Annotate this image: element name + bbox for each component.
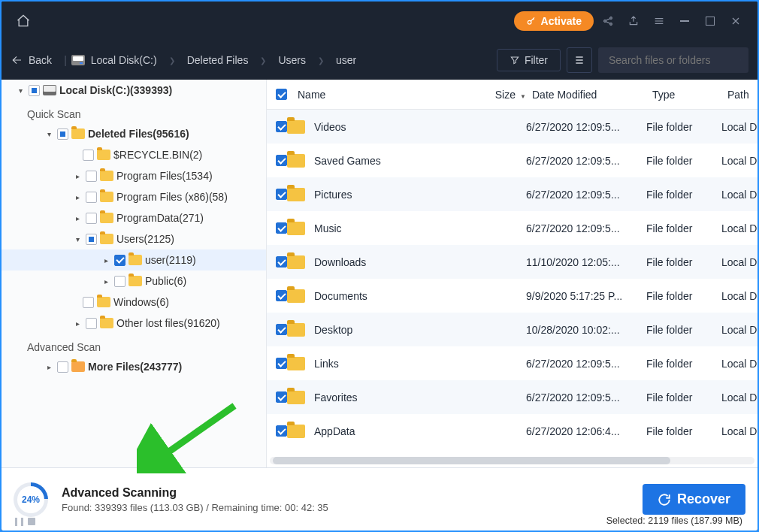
- share-button[interactable]: [597, 10, 619, 32]
- tree-root[interactable]: ▾ Local Disk(C:)(339393): [2, 80, 266, 101]
- crumb-0[interactable]: Local Disk(C:): [91, 54, 157, 66]
- row-checkbox[interactable]: [276, 391, 287, 403]
- body: ▾ Local Disk(C:)(339393) Quick Scan ▾ De…: [2, 80, 757, 467]
- checkbox[interactable]: [57, 361, 68, 373]
- activate-button[interactable]: Activate: [514, 11, 594, 31]
- col-date[interactable]: Date Modified: [532, 89, 652, 101]
- export-button[interactable]: [622, 10, 645, 32]
- row-checkbox[interactable]: [276, 256, 287, 268]
- file-row[interactable]: Links6/27/2020 12:09:5...File folderLoca…: [267, 346, 757, 380]
- horizontal-scrollbar[interactable]: [267, 454, 757, 467]
- chevron-right-icon[interactable]: ▸: [72, 192, 83, 202]
- file-row[interactable]: Saved Games6/27/2020 12:09:5...File fold…: [267, 144, 757, 177]
- tree-item[interactable]: $RECYCLE.BIN(2): [2, 144, 266, 165]
- row-checkbox[interactable]: [276, 189, 287, 200]
- disk-icon: [43, 85, 56, 95]
- crumb-1[interactable]: Deleted Files: [187, 54, 249, 66]
- adv-scan-section: Advanced Scan: [2, 334, 266, 356]
- home-button[interactable]: [12, 10, 35, 32]
- col-name[interactable]: Name: [298, 89, 470, 101]
- tree-item-label: More Files(243777): [88, 361, 182, 373]
- checkbox[interactable]: [86, 192, 97, 203]
- folder-icon: [71, 361, 85, 372]
- tree-item[interactable]: ▸ Program Files(1534): [2, 165, 266, 186]
- row-checkbox[interactable]: [276, 290, 287, 301]
- back-button[interactable]: Back: [11, 54, 52, 66]
- file-path: Local D: [721, 324, 757, 336]
- stop-button[interactable]: [28, 518, 35, 525]
- crumb-2[interactable]: Users: [278, 54, 306, 66]
- checkbox[interactable]: [86, 213, 97, 224]
- tree-more-files[interactable]: ▸ More Files(243777): [2, 356, 266, 377]
- chevron-down-icon[interactable]: ▾: [72, 234, 83, 244]
- checkbox[interactable]: [114, 255, 125, 266]
- tree-item[interactable]: ▸ Program Files (x86)(58): [2, 186, 266, 207]
- pause-button[interactable]: [15, 518, 23, 526]
- row-checkbox[interactable]: [276, 155, 287, 166]
- checkbox[interactable]: [114, 276, 125, 287]
- tree-item[interactable]: ▸ Public(6): [2, 271, 266, 292]
- row-checkbox[interactable]: [276, 324, 287, 335]
- chevron-right-icon[interactable]: ▸: [72, 171, 83, 181]
- recover-button[interactable]: Recover: [643, 484, 745, 515]
- file-row[interactable]: Pictures6/27/2020 12:09:5...File folderL…: [267, 177, 757, 211]
- file-row[interactable]: Downloads11/10/2020 12:05:...File folder…: [267, 245, 757, 279]
- col-size[interactable]: Size▼: [470, 89, 516, 101]
- scrollbar-track[interactable]: [270, 457, 754, 464]
- chevron-down-icon[interactable]: ▾: [15, 85, 26, 95]
- tree-item[interactable]: Windows(6): [2, 292, 266, 313]
- folder-icon: [100, 213, 113, 223]
- chevron-right-icon[interactable]: ▸: [72, 213, 83, 223]
- checkbox[interactable]: [29, 85, 40, 96]
- filter-button[interactable]: Filter: [497, 49, 561, 71]
- activate-label: Activate: [541, 15, 582, 27]
- minimize-button[interactable]: [673, 10, 696, 32]
- close-button[interactable]: [724, 10, 747, 32]
- row-checkbox[interactable]: [276, 121, 287, 132]
- row-checkbox[interactable]: [276, 358, 287, 369]
- tree-item-user[interactable]: ▸ user(2119): [2, 249, 266, 271]
- search-input[interactable]: [609, 54, 740, 66]
- file-row[interactable]: Favorites6/27/2020 12:09:5...File folder…: [267, 380, 757, 414]
- chevron-right-icon[interactable]: ▸: [72, 318, 83, 328]
- tree-item-label: user(2119): [145, 254, 196, 266]
- scrollbar-thumb[interactable]: [273, 457, 670, 464]
- tree-item-label: Other lost files(91620): [116, 317, 220, 329]
- chevron-right-icon[interactable]: ▸: [101, 276, 111, 286]
- checkbox[interactable]: [86, 318, 97, 329]
- crumb-3[interactable]: user: [336, 54, 356, 66]
- search-box[interactable]: [598, 47, 748, 73]
- maximize-button[interactable]: [699, 10, 721, 32]
- list-view-toggle[interactable]: [567, 47, 592, 73]
- file-row[interactable]: Music6/27/2020 12:09:5...File folderLoca…: [267, 211, 757, 245]
- tree-item[interactable]: ▸ ProgramData(271): [2, 207, 266, 228]
- header-checkbox[interactable]: [276, 89, 287, 100]
- file-row[interactable]: AppData6/27/2020 12:06:4...File folderLo…: [267, 414, 757, 448]
- menu-button[interactable]: [648, 10, 670, 32]
- chevron-right-icon[interactable]: ▸: [44, 361, 54, 372]
- file-rows[interactable]: Videos6/27/2020 12:09:5...File folderLoc…: [267, 110, 757, 454]
- file-name: Pictures: [314, 189, 464, 201]
- tree-deleted-files[interactable]: ▾ Deleted Files(95616): [2, 123, 266, 144]
- file-row[interactable]: Videos6/27/2020 12:09:5...File folderLoc…: [267, 110, 757, 144]
- row-checkbox[interactable]: [276, 222, 287, 234]
- checkbox[interactable]: [83, 150, 94, 161]
- file-row[interactable]: Desktop10/28/2020 10:02:...File folderLo…: [267, 313, 757, 346]
- chevron-right-icon[interactable]: ▸: [101, 255, 111, 265]
- file-row[interactable]: Documents9/9/2020 5:17:25 P...File folde…: [267, 279, 757, 313]
- checkbox[interactable]: [83, 297, 94, 308]
- col-type[interactable]: Type: [652, 89, 727, 101]
- tree-sidebar[interactable]: ▾ Local Disk(C:)(339393) Quick Scan ▾ De…: [2, 80, 267, 467]
- row-checkbox[interactable]: [276, 425, 287, 437]
- column-header[interactable]: Name Size▼ Date Modified Type Path: [267, 80, 757, 110]
- checkbox[interactable]: [86, 171, 97, 182]
- col-path[interactable]: Path: [727, 89, 757, 101]
- checkbox[interactable]: [86, 234, 97, 245]
- checkbox[interactable]: [57, 128, 68, 140]
- tree-item-users[interactable]: ▾ Users(2125): [2, 228, 266, 249]
- folder-icon: [287, 391, 305, 404]
- tree-item[interactable]: ▸ Other lost files(91620): [2, 313, 266, 334]
- file-path: Local D: [721, 121, 757, 133]
- breadcrumb[interactable]: Local Disk(C:) ❯ Deleted Files ❯ Users ❯…: [71, 54, 356, 66]
- chevron-down-icon[interactable]: ▾: [44, 128, 54, 139]
